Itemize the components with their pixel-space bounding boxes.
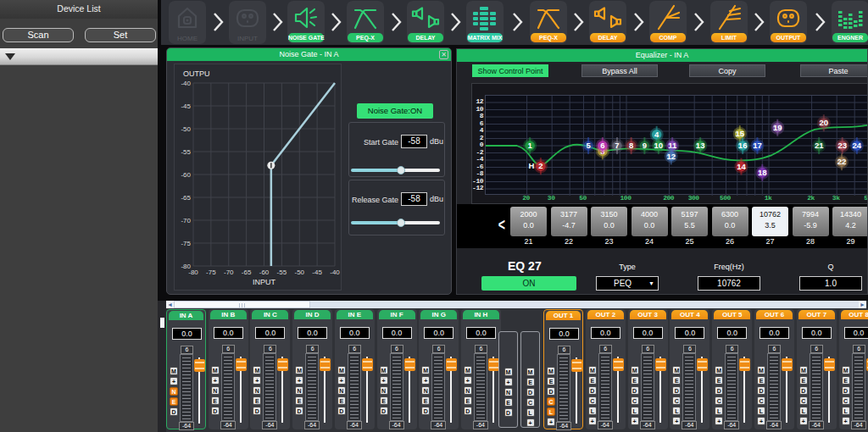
svg-text:7: 7 xyxy=(615,141,619,150)
svg-text:18: 18 xyxy=(758,168,767,177)
svg-text:-60: -60 xyxy=(181,171,191,179)
svg-text:-45: -45 xyxy=(312,269,322,276)
svg-text:6: 6 xyxy=(600,141,604,150)
svg-text:2: 2 xyxy=(538,161,542,170)
svg-text:17: 17 xyxy=(753,141,762,150)
svg-text:-50: -50 xyxy=(181,125,191,133)
svg-text:22: 22 xyxy=(837,157,847,166)
svg-text:INPUT: INPUT xyxy=(253,278,276,286)
svg-text:-80: -80 xyxy=(188,269,198,276)
svg-text:13: 13 xyxy=(696,141,705,150)
svg-text:12: 12 xyxy=(666,152,676,161)
svg-text:9: 9 xyxy=(643,141,647,150)
svg-text:8: 8 xyxy=(629,141,633,150)
svg-text:-70: -70 xyxy=(181,217,191,224)
svg-text:19: 19 xyxy=(773,123,782,132)
svg-text:-55: -55 xyxy=(277,269,287,276)
svg-text:20: 20 xyxy=(820,118,829,127)
svg-text:-75: -75 xyxy=(206,269,216,276)
svg-text:16: 16 xyxy=(738,141,748,150)
svg-text:-60: -60 xyxy=(259,269,270,276)
svg-text:21: 21 xyxy=(815,141,824,150)
svg-text:24: 24 xyxy=(853,141,862,150)
svg-text:-70: -70 xyxy=(224,269,234,276)
svg-text:14: 14 xyxy=(737,162,746,171)
svg-text:1: 1 xyxy=(528,141,533,150)
svg-text:-45: -45 xyxy=(181,102,191,110)
svg-text:11: 11 xyxy=(668,141,677,150)
svg-text:10: 10 xyxy=(654,141,664,150)
svg-text:-65: -65 xyxy=(181,194,191,202)
svg-text:23: 23 xyxy=(837,141,847,150)
svg-text:15: 15 xyxy=(735,129,744,138)
svg-text:-50: -50 xyxy=(294,269,304,276)
svg-text:H: H xyxy=(528,161,534,170)
svg-text:-75: -75 xyxy=(181,240,191,247)
svg-text:5: 5 xyxy=(586,141,591,150)
svg-text:-40: -40 xyxy=(181,80,191,87)
svg-text:-55: -55 xyxy=(181,148,191,156)
svg-text:OUTPU: OUTPU xyxy=(183,69,210,78)
svg-text:-65: -65 xyxy=(242,269,252,276)
svg-text:-40: -40 xyxy=(330,269,340,276)
